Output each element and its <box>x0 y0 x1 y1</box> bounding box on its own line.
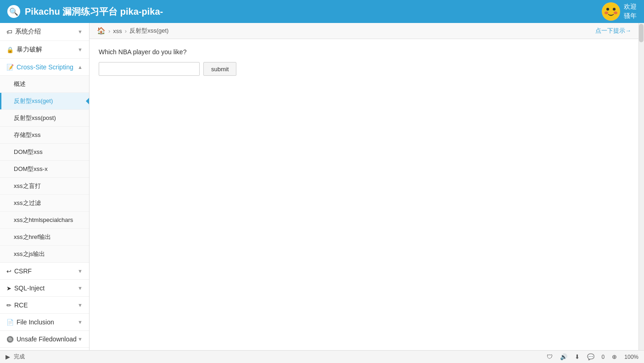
csrf-icon: ↩ <box>6 268 11 275</box>
main-content: Which NBA player do you like? submit <box>90 39 638 350</box>
sidebar-item-rce[interactable]: ✏ RCE ▼ <box>0 297 89 314</box>
chevron-down-icon: ▼ <box>78 268 83 274</box>
scroll-thumb <box>639 24 644 42</box>
submenu-label: 概述 <box>14 80 26 88</box>
breadcrumb-separator: › <box>108 28 110 34</box>
hint-link[interactable]: 点一下提示→ <box>595 27 631 35</box>
main-content-area: 🏠 › xss › 反射型xss(get) 点一下提示→ Which NBA p… <box>90 23 638 350</box>
sidebar-label-csrf: CSRF <box>14 267 32 275</box>
submenu-label: 存储型xss <box>14 131 41 139</box>
sidebar-item-sql-inject[interactable]: ➤ SQL-Inject ▼ <box>0 280 89 297</box>
sidebar-item-brute-force[interactable]: 🔒 暴力破解 ▼ <box>0 41 89 59</box>
sidebar-item-xss-blind[interactable]: xss之盲打 <box>0 178 89 195</box>
breadcrumb-separator2: › <box>125 28 127 34</box>
sidebar-label-file-inclusion: File Inclusion <box>17 318 54 326</box>
app-header: 🔍 Pikachu 漏洞练习平台 pika-pika- 欢迎 骚年 <box>0 0 644 23</box>
player-input[interactable] <box>99 62 200 76</box>
sidebar-label-xss: Cross-Site Scripting <box>17 63 73 71</box>
submenu-label: xss之js输出 <box>14 250 45 258</box>
chevron-down-icon: ▼ <box>78 29 83 34</box>
sidebar-item-xss-dom[interactable]: DOM型xss <box>0 144 89 161</box>
lock-icon: 🔒 <box>6 46 14 53</box>
sound-icon: 🔊 <box>560 353 567 360</box>
submenu-label: xss之htmlspecialchars <box>14 216 73 224</box>
sidebar-item-xss-overview[interactable]: 概述 <box>0 76 89 93</box>
submenu-label: xss之href输出 <box>14 233 51 241</box>
zoom-icon: ⊕ <box>612 353 617 360</box>
input-row: submit <box>99 62 629 76</box>
sidebar-item-xss-reflect-get[interactable]: 反射型xss(get) <box>0 93 89 110</box>
active-arrow-icon <box>86 97 90 105</box>
search-icon: 🔍 <box>7 5 20 18</box>
chevron-down-icon: ▼ <box>78 285 83 291</box>
svg-point-0 <box>602 3 620 20</box>
sidebar-label-sql-inject: SQL-Inject <box>14 284 45 292</box>
zoom-level: 100% <box>624 354 638 360</box>
status-text: 完成 <box>14 353 25 361</box>
sidebar-item-xss[interactable]: 📝 Cross-Site Scripting ▲ <box>0 59 89 76</box>
svg-point-5 <box>610 15 612 16</box>
shield-icon: 🛡 <box>547 353 553 360</box>
breadcrumb-current: 反射型xss(get) <box>129 27 168 35</box>
submit-button[interactable]: submit <box>203 62 236 76</box>
svg-point-3 <box>605 11 608 14</box>
submenu-label: 反射型xss(get) <box>14 97 53 105</box>
sidebar-label-rce: RCE <box>14 301 28 309</box>
chevron-down-icon: ▼ <box>78 336 83 342</box>
xss-submenu: 概述 反射型xss(get) 反射型xss(post) 存储型xss DOM型x… <box>0 76 89 263</box>
sidebar-item-xss-dom-x[interactable]: DOM型xss-x <box>0 161 89 178</box>
svg-point-4 <box>614 11 617 14</box>
sidebar-item-xss-reflect-post[interactable]: 反射型xss(post) <box>0 110 89 127</box>
submenu-label: xss之盲打 <box>14 182 41 190</box>
sidebar-item-file-inclusion[interactable]: 📄 File Inclusion ▼ <box>0 314 89 331</box>
sidebar-item-xss-htmlspecialchars[interactable]: xss之htmlspecialchars <box>0 212 89 229</box>
chevron-down-icon: ▼ <box>78 47 83 52</box>
xss-icon: 📝 <box>6 64 14 71</box>
chevron-down-icon: ▼ <box>78 302 83 308</box>
breadcrumb-xss[interactable]: xss <box>113 28 122 34</box>
submenu-label: DOM型xss-x <box>14 165 48 173</box>
comment-icon: 💬 <box>587 353 594 360</box>
chevron-down-icon: ▼ <box>78 319 83 325</box>
rce-icon: ✏ <box>6 302 11 309</box>
status-bar: ▶ 完成 🛡 🔊 ⬇ 💬 0 ⊕ 100% <box>0 350 644 363</box>
sidebar-item-csrf[interactable]: ↩ CSRF ▼ <box>0 263 89 280</box>
welcome-text: 欢迎 骚年 <box>624 2 637 20</box>
file-icon: 📄 <box>6 319 14 326</box>
sidebar-item-xss-filter[interactable]: xss之过滤 <box>0 195 89 212</box>
sidebar-label-brute-force: 暴力破解 <box>17 45 42 54</box>
sql-icon: ➤ <box>6 285 11 292</box>
avatar <box>602 2 620 21</box>
sidebar-item-xss-stored[interactable]: 存储型xss <box>0 127 89 144</box>
submenu-label: DOM型xss <box>14 148 43 156</box>
chevron-up-icon: ▲ <box>78 64 83 70</box>
statusbar-right: 🛡 🔊 ⬇ 💬 0 ⊕ 100% <box>547 353 638 360</box>
breadcrumb-bar: 🏠 › xss › 反射型xss(get) 点一下提示→ <box>90 23 638 39</box>
breadcrumb: 🏠 › xss › 反射型xss(get) <box>97 27 168 35</box>
sidebar-item-xss-href[interactable]: xss之href输出 <box>0 229 89 246</box>
sidebar-item-xss-js[interactable]: xss之js输出 <box>0 246 89 263</box>
statusbar-left: ▶ 完成 <box>6 353 25 361</box>
header-user-section: 欢迎 骚年 <box>602 2 637 21</box>
app-title: Pikachu 漏洞练习平台 pika-pika- <box>25 6 163 18</box>
sidebar: 🏷 系统介绍 ▼ 🔒 暴力破解 ▼ 📝 Cross-Site Scripting… <box>0 23 90 350</box>
download-status-icon: ⬇ <box>575 353 580 360</box>
sidebar-label-unsafe-filedownload: Unsafe Filedownload <box>17 335 77 343</box>
svg-point-2 <box>613 8 616 11</box>
scrollbar[interactable] <box>638 23 644 350</box>
tag-icon: 🏷 <box>6 28 12 35</box>
header-title-section: 🔍 Pikachu 漏洞练习平台 pika-pika- <box>7 5 163 18</box>
body-wrap: 🏷 系统介绍 ▼ 🔒 暴力破解 ▼ 📝 Cross-Site Scripting… <box>0 23 644 350</box>
comment-count: 0 <box>602 354 605 360</box>
home-icon[interactable]: 🏠 <box>97 27 106 35</box>
sidebar-item-sys-intro[interactable]: 🏷 系统介绍 ▼ <box>0 23 89 41</box>
sidebar-item-unsafe-filedownload[interactable]: 🔘 Unsafe Filedownload ▼ <box>0 331 89 348</box>
sidebar-label-sys-intro: 系统介绍 <box>15 28 41 36</box>
svg-point-1 <box>606 8 609 11</box>
question-text: Which NBA player do you like? <box>99 48 629 56</box>
submenu-label: 反射型xss(post) <box>14 114 56 122</box>
submenu-label: xss之过滤 <box>14 199 41 207</box>
play-icon: ▶ <box>6 353 10 360</box>
download-icon: 🔘 <box>6 336 14 343</box>
